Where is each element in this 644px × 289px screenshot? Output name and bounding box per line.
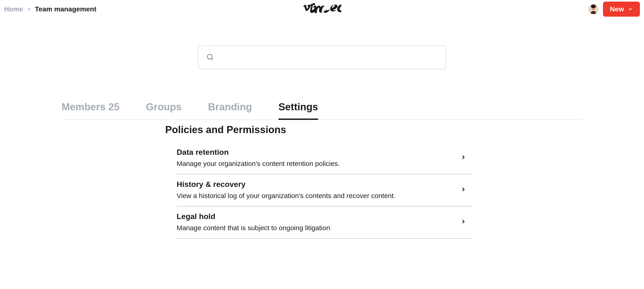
tab-members[interactable]: Members 25	[62, 101, 120, 120]
vimeo-logo[interactable]	[303, 3, 341, 15]
content: Policies and Permissions Data retention …	[0, 124, 644, 239]
chevron-right-icon	[460, 154, 466, 161]
settings-item-content: Data retention Manage your organization'…	[176, 148, 460, 168]
tab-branding[interactable]: Branding	[208, 101, 252, 120]
avatar[interactable]	[588, 4, 598, 14]
tabs-container: Members 25 Groups Branding Settings	[0, 101, 644, 120]
content-inner: Policies and Permissions Data retention …	[62, 124, 582, 239]
settings-item-desc: View a historical log of your organizati…	[176, 192, 460, 200]
tab-groups[interactable]: Groups	[146, 101, 182, 120]
chevron-right-icon	[26, 6, 32, 12]
breadcrumb-current: Team management	[35, 5, 96, 13]
chevron-right-icon	[460, 186, 466, 194]
header: Home Team management New	[0, 0, 644, 18]
tabs: Members 25 Groups Branding Settings	[62, 101, 582, 120]
settings-item-desc: Manage your organization's content reten…	[176, 160, 460, 168]
settings-item-legal-hold[interactable]: Legal hold Manage content that is subjec…	[176, 206, 473, 239]
chevron-down-icon	[628, 6, 633, 12]
new-button-label: New	[610, 5, 624, 13]
tab-settings[interactable]: Settings	[278, 101, 318, 120]
svg-point-2	[591, 4, 596, 8]
svg-point-3	[207, 54, 212, 59]
search-container	[0, 46, 644, 69]
header-right: New	[588, 2, 640, 17]
breadcrumb-home[interactable]: Home	[4, 5, 23, 13]
settings-item-content: History & recovery View a historical log…	[176, 180, 460, 200]
search-icon	[206, 53, 214, 62]
settings-item-desc: Manage content that is subject to ongoin…	[176, 224, 460, 232]
settings-list: Data retention Manage your organization'…	[165, 142, 473, 239]
search-input[interactable]	[198, 46, 446, 69]
chevron-right-icon	[460, 218, 466, 226]
settings-item-data-retention[interactable]: Data retention Manage your organization'…	[176, 142, 473, 174]
settings-item-title: Legal hold	[176, 212, 460, 221]
breadcrumb: Home Team management	[4, 5, 96, 13]
section-title: Policies and Permissions	[165, 124, 582, 136]
svg-line-4	[212, 58, 213, 60]
search-box	[198, 46, 446, 69]
settings-item-history-recovery[interactable]: History & recovery View a historical log…	[176, 174, 473, 206]
settings-item-content: Legal hold Manage content that is subjec…	[176, 212, 460, 232]
settings-item-title: Data retention	[176, 148, 460, 156]
settings-item-title: History & recovery	[176, 180, 460, 189]
new-button[interactable]: New	[603, 2, 640, 17]
